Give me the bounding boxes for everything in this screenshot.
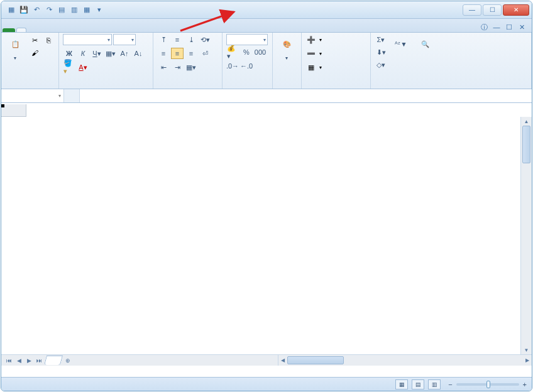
- scroll-right-icon[interactable]: ▶: [523, 355, 532, 366]
- tab-addins[interactable]: [88, 28, 97, 32]
- grow-font-button[interactable]: A↑: [118, 48, 131, 59]
- doc-minimize-icon[interactable]: —: [492, 22, 502, 32]
- horizontal-scrollbar[interactable]: ◀ ▶: [278, 355, 532, 366]
- sheet-nav-first[interactable]: ⏮: [4, 357, 14, 364]
- normal-view-button[interactable]: ▦: [395, 379, 408, 389]
- format-painter-icon[interactable]: 🖌: [29, 47, 40, 58]
- page-break-view-button[interactable]: ▥: [428, 379, 441, 389]
- dec-decimal-button[interactable]: ←.0: [240, 60, 253, 72]
- tab-view[interactable]: [70, 28, 79, 32]
- find-select-button[interactable]: 🔍: [415, 34, 435, 55]
- sheet-tab[interactable]: [44, 356, 63, 365]
- doc-close-icon[interactable]: ✕: [517, 22, 527, 32]
- minimize-ribbon-icon[interactable]: ⓘ: [479, 22, 489, 32]
- wrap-text-button[interactable]: ⏎: [199, 48, 211, 59]
- cut-icon[interactable]: ✂: [29, 35, 40, 46]
- doc-restore-icon[interactable]: ☐: [504, 22, 514, 32]
- currency-button[interactable]: 💰▾: [226, 46, 239, 58]
- shrink-font-button[interactable]: A↓: [132, 48, 145, 59]
- tab-abbyy[interactable]: [106, 28, 114, 32]
- maximize-button[interactable]: ☐: [483, 4, 502, 16]
- scroll-down-icon[interactable]: ▼: [521, 346, 532, 354]
- number-format-combo[interactable]: [226, 34, 268, 45]
- comma-button[interactable]: 000: [254, 46, 266, 58]
- file-tab[interactable]: [3, 28, 15, 32]
- paste-button[interactable]: 📋 ▾: [5, 34, 25, 62]
- font-name-combo[interactable]: [63, 34, 112, 45]
- worksheet-grid[interactable]: ▲ ▼ ⏮ ◀ ▶ ⏭ ⊕ ◀ ▶: [1, 104, 532, 366]
- group-font-label: [63, 87, 149, 89]
- name-box[interactable]: [1, 89, 64, 102]
- orientation-button[interactable]: ⟲▾: [199, 34, 211, 45]
- vscroll-thumb[interactable]: [522, 126, 530, 163]
- fill-button[interactable]: ⬇▾: [375, 46, 387, 58]
- merge-button[interactable]: ▦▾: [185, 62, 197, 73]
- italic-button[interactable]: К: [77, 48, 89, 59]
- styles-button[interactable]: 🎨 ▾: [277, 34, 297, 62]
- title-bar: ▦ 💾 ↶ ↷ ▤ ▥ ▦ ▾ — ☐ ✕: [1, 1, 532, 19]
- font-color-button[interactable]: A▾: [77, 62, 89, 73]
- align-mid-button[interactable]: ≡: [171, 34, 184, 45]
- align-right-button[interactable]: ≡: [185, 48, 197, 59]
- sort-icon: ᴬᶻ▼: [392, 35, 410, 53]
- zoom-slider[interactable]: [456, 383, 519, 386]
- copy-icon[interactable]: ⎘: [43, 35, 54, 46]
- binoculars-icon: 🔍: [416, 35, 434, 53]
- align-top-button[interactable]: ⤒: [157, 34, 170, 45]
- zoom-out-button[interactable]: −: [448, 381, 452, 388]
- redo-icon[interactable]: ↷: [44, 5, 54, 15]
- scroll-up-icon[interactable]: ▲: [521, 117, 532, 126]
- tab-review[interactable]: [62, 28, 70, 32]
- sheet-nav-next[interactable]: ▶: [24, 357, 34, 364]
- align-bot-button[interactable]: ⤓: [185, 34, 197, 45]
- format-cells-icon[interactable]: ▦: [305, 62, 317, 73]
- align-center-button[interactable]: ≡: [171, 48, 184, 59]
- minimize-button[interactable]: —: [463, 4, 481, 16]
- page-layout-view-button[interactable]: ▤: [412, 379, 424, 389]
- inc-decimal-button[interactable]: .0→: [226, 60, 239, 72]
- border-button[interactable]: ▦▾: [104, 48, 117, 59]
- tab-foxit[interactable]: [97, 28, 106, 32]
- autosum-button[interactable]: Σ▾: [375, 34, 387, 45]
- sheet-nav-last[interactable]: ⏭: [34, 357, 44, 364]
- qat-icon[interactable]: ▤: [57, 5, 67, 15]
- fill-color-button[interactable]: 🪣▾: [63, 62, 75, 73]
- tab-layout[interactable]: [35, 28, 44, 32]
- group-align-label: [157, 87, 218, 89]
- select-all-corner[interactable]: [1, 104, 26, 117]
- vertical-scrollbar[interactable]: ▲ ▼: [520, 117, 532, 354]
- underline-button[interactable]: Ч▾: [91, 48, 103, 59]
- percent-button[interactable]: %: [240, 46, 253, 58]
- styles-icon: 🎨: [278, 35, 295, 53]
- hscroll-thumb[interactable]: [287, 356, 344, 364]
- qat-more-icon[interactable]: ▾: [94, 5, 104, 15]
- indent-dec-button[interactable]: ⇤: [157, 62, 170, 73]
- scroll-left-icon[interactable]: ◀: [278, 355, 287, 366]
- excel-icon: ▦: [6, 5, 16, 15]
- font-size-combo[interactable]: [113, 34, 136, 45]
- save-icon[interactable]: 💾: [19, 5, 29, 15]
- bold-button[interactable]: Ж: [63, 48, 75, 59]
- qat-icon[interactable]: ▥: [69, 5, 79, 15]
- insert-cells-icon[interactable]: ➕: [305, 34, 317, 45]
- close-button[interactable]: ✕: [503, 4, 529, 16]
- tab-data[interactable]: [53, 28, 62, 32]
- qat-icon[interactable]: ▦: [82, 5, 92, 15]
- formula-input[interactable]: [79, 89, 532, 102]
- tab-home[interactable]: [16, 28, 26, 32]
- sheet-nav-prev[interactable]: ◀: [14, 357, 24, 364]
- sort-filter-button[interactable]: ᴬᶻ▼: [391, 34, 411, 55]
- ribbon-tabs: ⓘ — ☐ ✕: [1, 19, 532, 33]
- new-sheet-icon[interactable]: ⊕: [63, 357, 73, 364]
- tab-formulas[interactable]: [44, 28, 53, 32]
- tab-developer[interactable]: [79, 28, 88, 32]
- delete-cells-icon[interactable]: ➖: [305, 48, 317, 59]
- zoom-in-button[interactable]: +: [523, 381, 527, 388]
- clear-button[interactable]: ◇▾: [375, 59, 387, 70]
- formula-bar: [1, 89, 532, 103]
- ribbon: 📋 ▾ ✂ ⎘ 🖌 Ж К: [1, 33, 532, 89]
- tab-insert[interactable]: [26, 28, 35, 32]
- align-left-button[interactable]: ≡: [157, 48, 170, 59]
- indent-inc-button[interactable]: ⇥: [171, 62, 184, 73]
- undo-icon[interactable]: ↶: [31, 5, 41, 15]
